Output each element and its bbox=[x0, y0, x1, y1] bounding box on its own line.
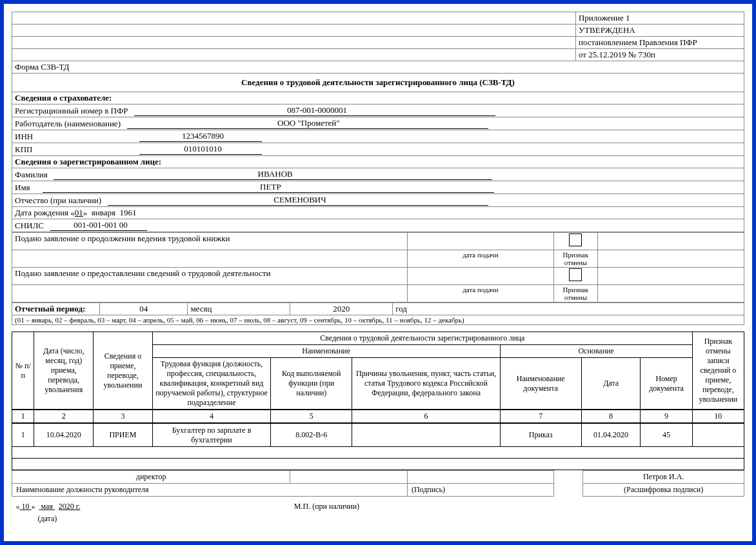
form-code: Форма СЗВ-ТД bbox=[12, 61, 744, 74]
kpp-row: КПП 010101010 bbox=[12, 143, 744, 156]
activity-table: № п/п Дата (число, месяц, год) приема, п… bbox=[12, 332, 744, 470]
decree: постановлением Правления ПФР bbox=[575, 37, 744, 49]
inn-value: 1234567890 bbox=[182, 131, 224, 141]
colnum-8: 8 bbox=[581, 410, 641, 423]
th-name-group: Наименование bbox=[152, 345, 500, 358]
th-basis-group: Основание bbox=[500, 345, 692, 358]
th-reason: Причины увольнения, пункт, часть статьи,… bbox=[352, 358, 500, 410]
dob-year: 1961 bbox=[120, 208, 137, 217]
period-grid: Отчетный период: 04 месяц 2020 год (01 –… bbox=[12, 302, 744, 325]
sig-position-label: Наименование должности руководителя bbox=[12, 484, 408, 497]
patronymic-value: СЕМЕНОВИЧ bbox=[274, 195, 326, 204]
th-event: Сведения о приеме, переводе, увольнении bbox=[94, 332, 153, 410]
colnum-10: 10 bbox=[692, 410, 744, 423]
person-section: Сведения о зарегистрированном лице: bbox=[12, 156, 744, 168]
th-func: Трудовая функция (должность, профессия, … bbox=[152, 358, 270, 410]
sig-date-label: (дата) bbox=[12, 513, 290, 525]
cell-date: 10.04.2020 bbox=[34, 423, 94, 447]
dob-month: января bbox=[92, 208, 115, 217]
cell-docdate: 01.04.2020 bbox=[581, 423, 641, 447]
th-docname: Наименование документа bbox=[500, 358, 581, 410]
dob-row: Дата рождения «01» января 1961 bbox=[12, 207, 744, 219]
kpp-label: КПП bbox=[15, 144, 137, 155]
sig-name-label: (Расшифровка подписи) bbox=[583, 484, 744, 497]
period-month: 04 bbox=[100, 303, 188, 315]
lastname-label: Фамилия bbox=[15, 170, 48, 179]
cell-reason bbox=[352, 423, 500, 447]
cancel-checkbox-2[interactable] bbox=[569, 268, 582, 281]
colnum-5: 5 bbox=[271, 410, 352, 423]
period-note: (01 – январь, 02 – февраль, 03 – март, 0… bbox=[12, 315, 744, 325]
reg-label: Регистрационный номер в ПФР bbox=[15, 106, 128, 115]
firstname-row: Имя ПЕТР bbox=[12, 181, 744, 194]
sig-position: директор bbox=[12, 471, 290, 484]
colnum-3: 3 bbox=[94, 410, 153, 423]
sig-year: 2020 г. bbox=[59, 502, 81, 511]
cell-docnum: 45 bbox=[641, 423, 692, 447]
period-year-label: год bbox=[393, 303, 744, 315]
th-docnum: Номер документа bbox=[641, 358, 692, 410]
patronymic-label: Отчество (при наличии) bbox=[15, 195, 101, 205]
colnum-7: 7 bbox=[500, 410, 581, 423]
cell-func: Бухгалтер по зарплате в бухгалтерии bbox=[152, 423, 270, 447]
signature-grid: директор Петров И.А. Наименование должно… bbox=[12, 470, 744, 525]
statements-grid: Подано заявление о продолжении ведения т… bbox=[12, 232, 744, 302]
dob-day: 01 bbox=[75, 208, 83, 217]
period-year: 2020 bbox=[290, 303, 393, 315]
cell-docname: Приказ bbox=[500, 423, 581, 447]
lastname-value: ИВАНОВ bbox=[258, 169, 293, 179]
cell-cancel bbox=[692, 423, 744, 447]
th-cancel: Признак отмены записи сведений о приеме,… bbox=[692, 332, 744, 410]
sig-month: мая bbox=[41, 502, 53, 511]
insurer-section: Сведения о страхователе: bbox=[12, 92, 744, 104]
employer-row: Работодатель (наименование) ООО "Промете… bbox=[12, 117, 744, 130]
cell-n: 1 bbox=[12, 423, 34, 447]
date-submit-label-1: дата подачи bbox=[407, 250, 553, 268]
cancel-checkbox-1[interactable] bbox=[569, 233, 582, 246]
colnum-9: 9 bbox=[641, 410, 692, 423]
stamp-label: М.П. (при наличии) bbox=[290, 500, 744, 513]
colnum-4: 4 bbox=[152, 410, 270, 423]
lastname-row: Фамилия ИВАНОВ bbox=[12, 168, 744, 181]
th-docdate: Дата bbox=[581, 358, 641, 410]
decree-date: от 25.12.2019 № 730п bbox=[575, 49, 744, 61]
sig-date-row: « 10 » мая 2020 г. bbox=[12, 500, 290, 513]
colnum-6: 6 bbox=[352, 410, 500, 423]
colnum-2: 2 bbox=[34, 410, 94, 423]
sig-name: Петров И.А. bbox=[583, 471, 744, 484]
th-date: Дата (число, месяц, год) приема, перевод… bbox=[34, 332, 94, 410]
statement-provide: Подано заявление о предоставлении сведен… bbox=[12, 268, 408, 285]
th-num: № п/п bbox=[12, 332, 34, 410]
period-month-label: месяц bbox=[188, 303, 290, 315]
employer-value: ООО "Прометей" bbox=[277, 118, 340, 128]
inn-label: ИНН bbox=[15, 132, 137, 142]
reg-row: Регистрационный номер в ПФР 087-001-0000… bbox=[12, 104, 744, 117]
snils-value: 001-001-001 00 bbox=[74, 220, 127, 230]
table-row: 1 10.04.2020 ПРИЕМ Бухгалтер по зарплате… bbox=[12, 423, 744, 447]
date-submit-label-2: дата подачи bbox=[407, 285, 553, 302]
period-label: Отчетный период: bbox=[12, 303, 100, 315]
doc-title: Сведения о трудовой деятельности зарегис… bbox=[12, 74, 744, 92]
cancel-label-2: Признак отмены bbox=[553, 285, 597, 302]
cell-code: 8.002-В-6 bbox=[271, 423, 352, 447]
th-code: Код выполняемой функции (при наличии) bbox=[271, 358, 352, 410]
firstname-value: ПЕТР bbox=[260, 182, 281, 192]
statement-continue: Подано заявление о продолжении ведения т… bbox=[12, 233, 408, 250]
inn-row: ИНН 1234567890 bbox=[12, 130, 744, 143]
sig-signature-label: (Подпись) bbox=[407, 484, 553, 497]
th-caption: Сведения о трудовой деятельности зарегис… bbox=[152, 332, 692, 345]
patronymic-row: Отчество (при наличии) СЕМЕНОВИЧ bbox=[12, 194, 744, 207]
kpp-value: 010101010 bbox=[184, 144, 222, 154]
cancel-label-1: Признак отмены bbox=[553, 250, 597, 268]
header-grid: Приложение 1 УТВЕРЖДЕНА постановлением П… bbox=[12, 12, 744, 232]
appendix: Приложение 1 bbox=[575, 12, 744, 25]
reg-value: 087-001-0000001 bbox=[287, 105, 347, 115]
snils-label: СНИЛС bbox=[15, 221, 44, 230]
sig-day: 10 bbox=[22, 502, 30, 511]
cell-event: ПРИЕМ bbox=[94, 423, 153, 447]
employer-label: Работодатель (наименование) bbox=[15, 119, 121, 128]
approved: УТВЕРЖДЕНА bbox=[575, 25, 744, 37]
firstname-label: Имя bbox=[15, 183, 30, 192]
colnum-1: 1 bbox=[12, 410, 34, 423]
snils-row: СНИЛС 001-001-001 00 bbox=[12, 219, 744, 232]
